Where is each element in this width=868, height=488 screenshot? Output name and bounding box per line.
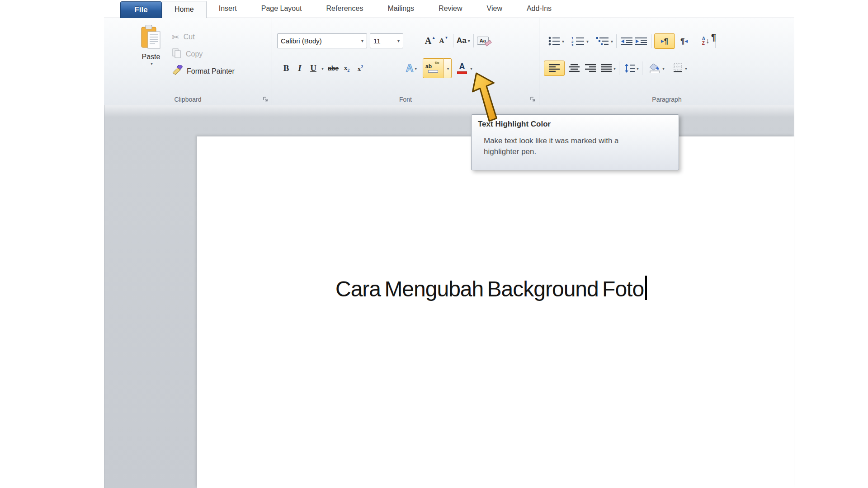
bold-letter: B <box>283 63 289 73</box>
show-hide-pilcrow-button[interactable]: ¶ <box>711 33 725 48</box>
shading-button[interactable]: ▾ <box>649 61 665 76</box>
multilevel-list-button[interactable]: ▾ <box>595 33 613 49</box>
ltr-arrow-icon: ▶ <box>661 39 664 43</box>
justify-button[interactable]: ▾ <box>600 61 616 76</box>
font-color-button[interactable]: A <box>455 61 469 76</box>
highlight-ab-pen-icon: ab ✎ <box>425 64 441 69</box>
shading-dropdown-icon: ▾ <box>662 66 665 71</box>
tab-review[interactable]: Review <box>426 0 474 18</box>
divider <box>370 61 370 75</box>
borders-button[interactable]: ▾ <box>672 61 688 76</box>
underline-button[interactable]: U <box>307 61 320 76</box>
tab-references[interactable]: References <box>314 0 376 18</box>
subscript-button[interactable]: x2 <box>340 61 354 76</box>
font-size-combo[interactable]: 11 ▾ <box>370 33 403 48</box>
tab-mailings[interactable]: Mailings <box>375 0 426 18</box>
tooltip-title: Text Highlight Color <box>478 120 672 129</box>
grow-font-up-icon: ▲ <box>432 36 435 40</box>
font-size-value: 11 <box>373 37 381 45</box>
change-case-button[interactable]: Aa ▾ <box>456 33 471 48</box>
font-name-value: Calibri (Body) <box>281 37 322 45</box>
document-page[interactable]: Cara Mengubah Background Foto <box>197 136 794 488</box>
ribbon: Paste ▾ ✂ Cut Copy <box>104 18 794 105</box>
tab-page-layout[interactable]: Page Layout <box>249 0 314 18</box>
paragraph-row-top: ▾ 1 2 3 ▾ <box>547 33 718 50</box>
underline-dropdown-icon[interactable]: ▾ <box>321 66 324 71</box>
text-highlight-color-dropdown[interactable]: ▾ <box>443 58 452 78</box>
paragraph-row-bottom: ▾ ▾ <box>544 59 688 78</box>
align-center-button[interactable] <box>567 61 581 76</box>
line-spacing-button[interactable]: ▾ <box>622 61 639 76</box>
sort-button[interactable]: A Z ↓ <box>699 33 712 49</box>
font-dialog-launcher[interactable] <box>529 96 536 102</box>
highlight-color-bar <box>428 70 438 73</box>
font-color-dropdown-icon[interactable]: ▾ <box>470 66 472 71</box>
paste-button[interactable]: Paste ▾ <box>132 24 170 84</box>
strikethrough-button[interactable]: abe <box>326 61 340 76</box>
text-effects-button[interactable]: A ▾ <box>405 61 418 76</box>
clipboard-dialog-launcher[interactable] <box>262 96 269 102</box>
divider <box>616 34 617 48</box>
font-size-dropdown-icon: ▾ <box>397 38 400 43</box>
text-effects-a-icon: A <box>406 63 414 74</box>
tooltip-body: Make text look like it was marked with a… <box>484 136 624 157</box>
decrease-indent-icon <box>620 36 633 46</box>
clipboard-group: Paste ▾ ✂ Cut Copy <box>104 18 272 105</box>
bold-button[interactable]: B <box>279 61 293 76</box>
pointer-arrow-annotation <box>468 72 503 125</box>
sort-down-arrow-icon: ↓ <box>706 37 710 46</box>
word-window: File Home Insert Page Layout References … <box>0 0 868 488</box>
right-to-left-text-direction-button[interactable]: ¶ ◀ <box>675 33 693 49</box>
cut-button[interactable]: ✂ Cut <box>172 30 195 44</box>
increase-indent-button[interactable] <box>634 33 648 49</box>
italic-button[interactable]: I <box>293 61 307 76</box>
ltr-pilcrow-icon: ¶ <box>664 38 668 45</box>
text-cursor <box>645 276 647 300</box>
shrink-font-button[interactable]: A ▼ <box>437 33 450 48</box>
clear-formatting-button[interactable]: Aa <box>476 33 492 48</box>
tab-file[interactable]: File <box>120 1 162 18</box>
bullets-dropdown-icon: ▾ <box>562 39 564 44</box>
align-center-icon <box>568 64 580 73</box>
italic-letter: I <box>298 63 301 73</box>
copy-pages-icon <box>172 48 182 61</box>
subscript-glyph: x2 <box>344 64 350 73</box>
align-right-button[interactable] <box>584 61 597 76</box>
numbering-dropdown-icon: ▾ <box>586 39 589 44</box>
decrease-indent-button[interactable] <box>619 33 634 49</box>
tab-add-ins[interactable]: Add-Ins <box>514 0 564 18</box>
font-name-combo[interactable]: Calibri (Body) ▾ <box>277 33 367 48</box>
numbering-button[interactable]: 1 2 3 ▾ <box>571 33 589 49</box>
divider <box>619 61 619 75</box>
superscript-glyph: x2 <box>358 64 363 73</box>
strikethrough-letters: abe <box>328 65 339 72</box>
left-to-right-text-direction-button[interactable]: ▶ ¶ <box>654 33 675 49</box>
paste-label: Paste <box>142 53 160 61</box>
text-effects-dropdown-icon: ▾ <box>415 66 417 71</box>
tab-home[interactable]: Home <box>162 1 207 18</box>
superscript-button[interactable]: x2 <box>354 61 367 76</box>
tab-view[interactable]: View <box>475 0 514 18</box>
underline-letter: U <box>310 63 316 73</box>
font-color-bar <box>457 71 467 74</box>
tab-insert[interactable]: Insert <box>207 0 249 18</box>
format-painter-button[interactable]: Format Painter <box>172 64 235 79</box>
bullets-button[interactable]: ▾ <box>547 33 565 49</box>
align-left-icon <box>548 64 560 73</box>
grow-font-button[interactable]: A ▲ <box>423 33 437 48</box>
copy-button[interactable]: Copy <box>172 47 203 61</box>
copy-label: Copy <box>186 50 203 58</box>
bullets-icon <box>548 36 561 46</box>
font-color-a-icon: A <box>459 62 465 70</box>
grow-font-letter: A <box>425 36 431 45</box>
divider <box>642 61 642 75</box>
shrink-font-down-icon: ▼ <box>444 36 448 40</box>
text-highlight-color-splitbutton: ab ✎ ▾ <box>423 58 452 78</box>
scissors-icon: ✂ <box>172 32 179 42</box>
change-case-letters: Aa <box>457 36 467 45</box>
svg-text:3: 3 <box>571 43 574 46</box>
divider <box>696 34 696 48</box>
text-highlight-color-button[interactable]: ab ✎ <box>423 58 443 78</box>
align-left-button[interactable] <box>544 61 565 76</box>
change-case-dropdown-icon: ▾ <box>468 38 470 43</box>
